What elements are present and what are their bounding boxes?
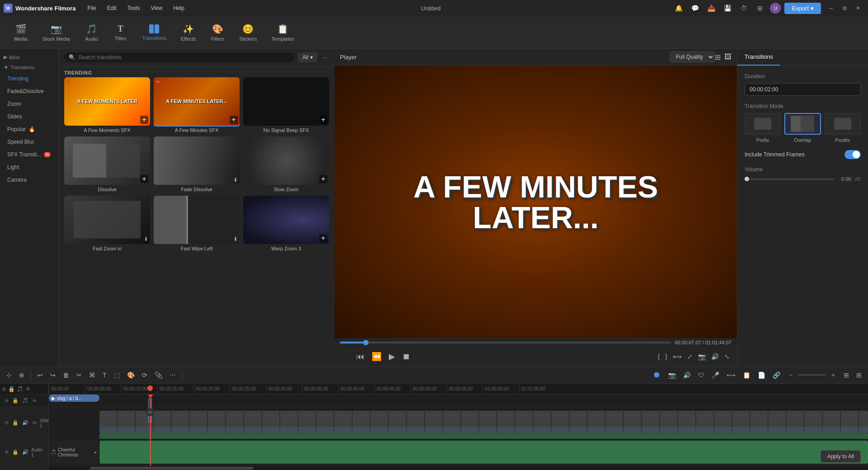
copy-btn[interactable]: 📋 [740,370,753,381]
duration-value[interactable]: 00:00:02:00 [745,83,861,96]
tab-transitions[interactable]: Transitions [737,49,780,66]
redo-button[interactable]: ↪ [47,370,58,381]
zoom-in-btn[interactable]: ＋ [827,369,839,381]
sidebar-item-fadedissolve[interactable]: Fade&Dissolve [0,85,58,97]
menu-edit[interactable]: Edit [103,3,121,13]
timeline-scrollbar-thumb[interactable] [90,467,254,470]
mode-postfix[interactable]: Postfix [825,113,861,143]
sidebar-item-sfx[interactable]: SFX Transiti... N [0,149,58,160]
transition-item-2[interactable]: ❤ A FEW MINUTES LATER... + A Few Minutes… [154,77,240,133]
eye-vlog-btn[interactable]: 👁 [31,397,38,404]
audio-vlog-btn[interactable]: 🎵 [21,397,29,404]
transition-item-6[interactable]: + Slow Zoom [243,136,329,192]
export-button[interactable]: Export ▾ [784,3,821,14]
clip-btn[interactable]: 📎 [152,370,165,381]
transition-item-9[interactable]: + Warp Zoom 3 [243,196,329,251]
text-button[interactable]: T [100,370,109,381]
sidebar-item-speedblur[interactable]: Speed Blur [0,136,58,148]
frame-back-button[interactable]: ⏪ [370,350,383,363]
fullscreen-icon[interactable]: 🖼 [724,53,731,61]
timeline-tool-select[interactable]: ⊹ [4,370,14,381]
delete-button[interactable]: 🗑 [60,370,72,381]
tool-audio[interactable]: 🎵 Audio [78,21,105,44]
skip-back-button[interactable]: ⏮ [354,350,366,363]
search-input[interactable] [78,54,290,61]
tool-templates[interactable]: 📋 Templates [265,21,300,44]
undo-button[interactable]: ↩ [35,370,46,381]
stop-button[interactable]: ⏹ [401,350,412,363]
more-tl-btn[interactable]: ⋯ [167,370,179,381]
record-btn[interactable]: ⏺ [650,368,664,381]
fit-icon[interactable]: ⤢ [685,351,694,362]
player-progress-bar[interactable] [340,342,671,343]
camera-tl-btn[interactable]: 📷 [665,370,679,381]
volume-slider[interactable] [745,179,834,180]
sidebar-item-popular[interactable]: Popular 🔥 [0,123,58,135]
search-box[interactable]: 🔍 [64,52,294,62]
include-trimmed-toggle[interactable] [844,150,861,159]
snapshot-icon[interactable]: 📷 [696,351,708,362]
pip-icon[interactable]: ⤡ [722,351,731,362]
sidebar-item-camera[interactable]: Camera [0,174,58,186]
audio-icon[interactable]: 🔊 [709,351,721,362]
volume-handle[interactable] [745,177,749,181]
main-video-clips[interactable] [99,411,868,433]
media-replace-btn[interactable]: ⟷ [724,370,738,381]
quality-select[interactable]: Full Quality [670,52,715,62]
sidebar-item-light[interactable]: Light [0,161,58,173]
split-button[interactable]: ⌘ [86,370,98,381]
feedback-icon[interactable]: 💬 [689,2,701,14]
lock-vlog-btn[interactable]: 🔒 [11,397,19,404]
sidebar-item-zoom[interactable]: Zoom [0,98,58,110]
add-vlog-btn[interactable]: ⊕ [4,397,9,404]
mode-thumb-prefix[interactable] [745,113,781,135]
apply-to-all-button[interactable]: Apply to All [821,450,861,463]
eye-video1-btn[interactable]: 👁 [31,419,38,427]
mode-overlap[interactable]: Overlap [784,113,821,143]
mode-prefix[interactable]: Prefix [745,113,781,143]
eye-track-icon[interactable]: 👁 [25,386,31,392]
tool-stickers[interactable]: 😊 Stickers [233,21,263,44]
mark-in-icon[interactable]: { [656,351,662,362]
sidebar-mine-header[interactable]: ▶ Mine [0,52,58,62]
zoom-slider[interactable] [798,374,826,376]
audio-tl-btn[interactable]: 🔊 [680,370,693,381]
tool-titles[interactable]: T Titles [107,21,134,44]
mark-out-icon[interactable]: } [663,351,669,362]
transition-item-3[interactable]: + No Signal Beep SFX [243,77,329,133]
timeline-tool-trim[interactable]: ⊕ [16,370,27,381]
mic-btn[interactable]: 🎤 [709,370,722,381]
save-icon[interactable]: 💾 [721,2,734,14]
tool-effects[interactable]: ✨ Effects [175,21,202,44]
tool-filters[interactable]: 🎨 Filters [204,21,231,44]
player-progress-handle[interactable] [363,340,368,345]
filter-button[interactable]: All ▾ [298,52,317,62]
magnet-btn[interactable]: 🔗 [770,370,783,381]
lock-audio1-btn[interactable]: 🔒 [11,448,19,456]
audio-track-icon[interactable]: 🎵 [17,386,24,392]
paste-btn[interactable]: 📄 [755,370,768,381]
tool-stock[interactable]: 📷 Stock Media [36,21,76,44]
menu-file[interactable]: File [83,3,100,13]
sidebar-transitions-header[interactable]: ▼ Transitions [0,63,58,72]
mute-video1-btn[interactable]: 🔊 [21,419,29,427]
add-track-icon[interactable]: ⊕ [2,386,6,392]
menu-help[interactable]: Help [169,3,189,13]
audio-clip[interactable] [99,441,868,464]
settings-icon[interactable]: ⏱ [737,2,750,14]
notification-icon[interactable]: 🔔 [672,2,685,14]
speed-button[interactable]: ⟳ [139,370,150,381]
user-avatar[interactable]: U [770,3,781,14]
grid-icon[interactable]: ⊞ [754,2,766,14]
transition-item-5[interactable]: ⬇ Fade Dissolve [154,136,240,192]
shield-btn[interactable]: 🛡 [695,370,707,381]
zoom-out-btn[interactable]: － [785,369,797,381]
transition-item-4[interactable]: + Dissolve [64,136,150,192]
mode-thumb-postfix[interactable] [825,113,861,135]
transition-item-1[interactable]: ❤ A FEW MOMENTS LATER + A Few Moments SF… [64,77,150,133]
mute-audio1-btn[interactable]: 🔊 [21,448,29,456]
lock-track-icon[interactable]: 🔒 [8,386,15,392]
color-button[interactable]: 🎨 [124,370,137,381]
vlog-clip[interactable]: ▶ vlog / a / d... [49,395,99,402]
range-icon[interactable]: ⟺ [671,351,684,362]
